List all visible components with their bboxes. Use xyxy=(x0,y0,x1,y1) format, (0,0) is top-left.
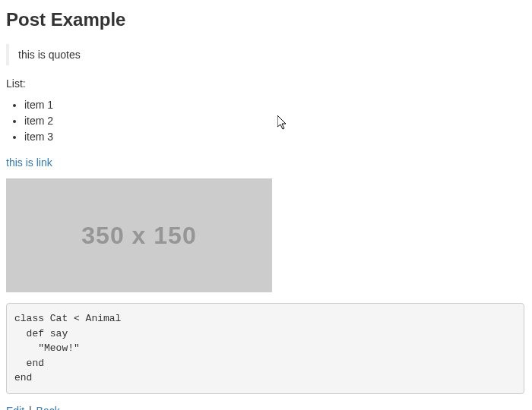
actions-row: Edit | Back xyxy=(6,405,526,411)
list-item: item 1 xyxy=(24,97,526,113)
edit-link[interactable]: Edit xyxy=(6,405,24,411)
code-block: class Cat < Animal def say "Meow!" end e… xyxy=(6,303,524,394)
content-link[interactable]: this is link xyxy=(6,156,52,169)
back-link[interactable]: Back xyxy=(36,405,60,411)
actions-separator: | xyxy=(27,405,33,411)
link-row: this is link xyxy=(6,156,526,169)
list-item: item 2 xyxy=(24,113,526,129)
page-title: Post Example xyxy=(6,9,526,30)
item-list: item 1 item 2 item 3 xyxy=(6,97,526,145)
blockquote: this is quotes xyxy=(6,44,526,65)
list-item: item 3 xyxy=(24,129,526,145)
quote-text: this is quotes xyxy=(18,49,81,61)
list-label: List: xyxy=(6,77,526,90)
placeholder-image-label: 350 x 150 xyxy=(81,222,196,250)
placeholder-image: 350 x 150 xyxy=(6,178,272,292)
